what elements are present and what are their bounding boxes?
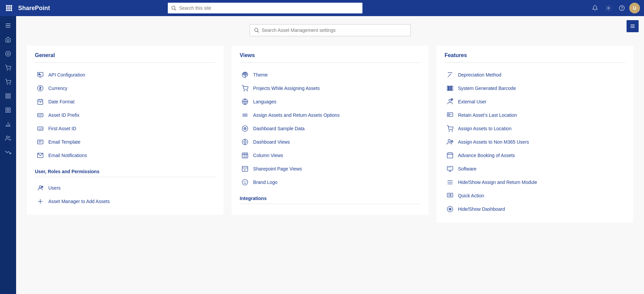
date-format-icon <box>36 98 44 106</box>
svg-point-67 <box>247 91 248 91</box>
users-icon <box>5 135 11 141</box>
settings-item-advance-booking[interactable]: Advance Booking of Assets <box>445 149 625 162</box>
svg-rect-111 <box>447 166 453 170</box>
svg-rect-2 <box>10 5 12 7</box>
dashboard-views-icon <box>241 138 249 146</box>
settings-item-hide-dashboard[interactable]: Hide/Show Dashboard <box>445 202 625 216</box>
svg-rect-24 <box>9 94 10 95</box>
settings-item-first-asset-id[interactable]: 123 First Asset ID <box>35 122 215 135</box>
svg-rect-27 <box>6 108 7 109</box>
settings-item-users[interactable]: Users <box>35 181 215 195</box>
svg-rect-84 <box>242 166 248 172</box>
assign-return-options-label: Assign Assets and Return Assets Options <box>253 112 340 118</box>
svg-rect-89 <box>447 86 448 90</box>
settings-item-languages[interactable]: Languages <box>240 95 420 108</box>
settings-search-container[interactable] <box>250 24 411 36</box>
svg-point-128 <box>449 209 450 210</box>
svg-point-75 <box>245 128 245 129</box>
dashboard-sample-icon <box>241 125 249 133</box>
avatar[interactable]: U <box>629 3 640 13</box>
first-asset-id-label: First Asset ID <box>48 126 76 131</box>
svg-rect-4 <box>8 7 10 9</box>
settings-item-external-user[interactable]: External User <box>445 95 625 108</box>
svg-rect-8 <box>10 9 12 11</box>
settings-item-column-views[interactable]: Column Views <box>240 149 420 162</box>
settings-item-email-template[interactable]: Email Template <box>35 135 215 149</box>
svg-rect-99 <box>448 114 449 115</box>
asset-id-prefix-label: Asset ID Prefix <box>48 112 80 118</box>
svg-rect-7 <box>8 9 10 11</box>
svg-rect-6 <box>6 9 8 11</box>
cart-icon <box>5 65 11 71</box>
svg-text:123: 123 <box>39 128 42 130</box>
retain-location-icon <box>446 111 454 119</box>
email-template-label: Email Template <box>48 139 80 145</box>
svg-point-102 <box>452 131 452 132</box>
email-notifications-label: Email Notifications <box>48 153 87 158</box>
sidebar-item-home[interactable] <box>1 33 15 46</box>
sidebar-item-chart1[interactable] <box>1 117 15 131</box>
api-configuration-icon <box>36 71 44 79</box>
assign-non-m365-label: Assign Assets to Non M365 Users <box>458 139 529 145</box>
views-section-title: Views <box>240 52 420 58</box>
settings-item-dashboard-views[interactable]: Dashboard Views <box>240 135 420 149</box>
settings-item-barcode[interactable]: System Generated Barcode <box>445 82 625 95</box>
settings-item-retain-location[interactable]: Retain Asset's Last Location <box>445 108 625 122</box>
settings-item-assign-non-m365[interactable]: Assign Assets to Non M365 Users <box>445 135 625 149</box>
general-divider <box>35 62 215 63</box>
api-configuration-label: API Configuration <box>48 72 85 78</box>
svg-point-9 <box>172 6 175 9</box>
svg-rect-0 <box>6 5 8 7</box>
svg-point-59 <box>39 186 42 188</box>
sharepoint-page-views-label: Sharepoint Page Views <box>253 166 302 172</box>
sidebar-item-users[interactable] <box>1 132 15 145</box>
global-search-input[interactable] <box>179 5 359 11</box>
settings-item-assign-assets-location[interactable]: Assign Assets to Location <box>445 122 625 135</box>
settings-item-software[interactable]: Software <box>445 162 625 176</box>
settings-item-theme[interactable]: Theme <box>240 68 420 82</box>
sidebar-item-activity[interactable] <box>1 47 15 60</box>
sidebar-item-grid2[interactable] <box>1 103 15 117</box>
settings-search-input[interactable] <box>262 28 406 33</box>
gear-icon <box>605 5 611 11</box>
settings-search-icon <box>254 28 259 33</box>
settings-item-sharepoint-page-views[interactable]: Sharepoint Page Views <box>240 162 420 176</box>
svg-rect-29 <box>6 111 7 112</box>
help-button[interactable] <box>616 2 628 14</box>
settings-item-brand-logo[interactable]: Brand Logo <box>240 176 420 189</box>
sidebar-item-cart1[interactable] <box>1 61 15 75</box>
languages-label: Languages <box>253 99 276 104</box>
global-search[interactable] <box>168 3 362 13</box>
settings-item-date-format[interactable]: Date Format <box>35 95 215 108</box>
users-settings-icon <box>36 184 44 192</box>
svg-point-66 <box>244 91 245 91</box>
settings-item-depreciation[interactable]: Depreciation Method <box>445 68 625 82</box>
svg-point-35 <box>6 136 8 138</box>
svg-point-101 <box>449 131 449 132</box>
settings-item-asset-manager[interactable]: Asset Manager to Add Assets <box>35 195 215 208</box>
settings-item-asset-id-prefix[interactable]: Asset ID Prefix <box>35 108 215 122</box>
users-label: Users <box>48 185 61 191</box>
settings-item-email-notifications[interactable]: Email Notifications <box>35 149 215 162</box>
sidebar <box>0 16 16 294</box>
sidebar-item-chart2[interactable] <box>1 146 15 159</box>
hide-dashboard-icon <box>446 205 454 213</box>
settings-button[interactable] <box>602 2 614 14</box>
settings-item-currency[interactable]: Currency <box>35 82 215 95</box>
svg-rect-3 <box>6 7 8 9</box>
settings-item-api-configuration[interactable]: API Configuration <box>35 68 215 82</box>
header-menu-icon[interactable] <box>627 20 639 32</box>
notification-button[interactable] <box>589 2 601 14</box>
app-launcher-button[interactable] <box>4 3 14 13</box>
search-icon <box>171 5 176 11</box>
sidebar-item-menu[interactable] <box>1 19 15 32</box>
settings-item-quick-action[interactable]: Quick Action <box>445 189 625 202</box>
sidebar-item-grid1[interactable] <box>1 89 15 103</box>
settings-item-hide-assign-return[interactable]: Hide/Show Assign and Return Module <box>445 176 625 189</box>
settings-item-dashboard-sample[interactable]: Dashboard Sample Data <box>240 122 420 135</box>
settings-item-assign-return-options[interactable]: Assign Assets and Return Assets Options <box>240 108 420 122</box>
sidebar-item-cart2[interactable] <box>1 75 15 89</box>
svg-rect-30 <box>9 111 10 112</box>
settings-item-projects[interactable]: Projects While Assigning Assets <box>240 82 420 95</box>
theme-label: Theme <box>253 72 268 78</box>
